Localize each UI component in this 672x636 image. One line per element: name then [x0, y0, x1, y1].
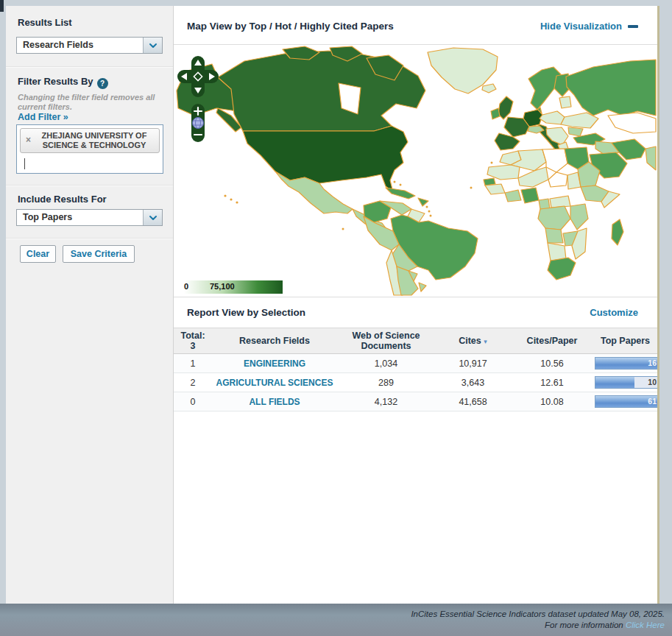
- map-view[interactable]: 0 75,100: [174, 44, 657, 297]
- field-cell: AGRICULTURAL SCIENCES: [212, 373, 337, 392]
- cites-paper-cell: 12.61: [511, 373, 593, 392]
- column-header-total: Total:3: [174, 328, 212, 354]
- central-african-rep: [550, 196, 570, 208]
- island-dot: [400, 184, 402, 186]
- west-africa: [505, 190, 521, 202]
- country-madagascar: [612, 219, 623, 245]
- report-header: Report View by Selection Customize: [174, 297, 657, 328]
- country-romania: [568, 127, 583, 136]
- island-dot: [428, 211, 431, 213]
- top-papers-cell: 16: [593, 354, 657, 373]
- country-usa: [243, 126, 408, 192]
- add-filter-link[interactable]: Add Filter »: [18, 112, 68, 122]
- table-row: 0 ALL FIELDS 4,132 41,658 10.08 61: [174, 392, 657, 411]
- help-icon[interactable]: ?: [97, 78, 108, 89]
- divider: [6, 66, 173, 68]
- docs-cell: 1,034: [337, 354, 435, 373]
- page-footer: InCites Essential Science Indicators dat…: [0, 604, 672, 636]
- include-results-label: Include Results For: [18, 194, 107, 205]
- report-table: Total:3 Research Fields Web of Science D…: [174, 328, 657, 411]
- column-header-cites[interactable]: Cites ▾: [435, 328, 511, 354]
- divider: [6, 238, 173, 239]
- country-nigeria: [521, 188, 539, 203]
- filter-by-label: Filter Results By?: [18, 76, 108, 89]
- field-link[interactable]: ENGINEERING: [244, 358, 305, 369]
- hide-visualization-link[interactable]: Hide Visualization: [540, 21, 638, 32]
- results-list-value: Research Fields: [23, 38, 93, 53]
- country-angola: [545, 228, 563, 243]
- country-uk: [498, 96, 513, 119]
- countries-layer[interactable]: [177, 46, 656, 295]
- country-argentina: [397, 266, 418, 295]
- scrollbar-track[interactable]: [657, 6, 659, 604]
- results-list-select[interactable]: Research Fields: [16, 37, 163, 54]
- chevron-down-icon[interactable]: [143, 38, 162, 53]
- docs-cell: 4,132: [337, 392, 435, 411]
- island-dot: [491, 162, 493, 164]
- include-results-select[interactable]: Top Papers: [16, 209, 163, 226]
- results-list-label: Results List: [18, 17, 72, 28]
- country-namibia: [548, 243, 566, 261]
- column-header-cites-paper[interactable]: Cites/Paper: [511, 328, 593, 354]
- filter-tag[interactable]: × ZHEJIANG UNIVERSITY OF SCIENCE & TECHN…: [20, 128, 160, 153]
- table-row: 2 AGRICULTURAL SCIENCES 289 3,643 12.61 …: [174, 373, 657, 392]
- include-results-value: Top Papers: [23, 210, 72, 225]
- afghan-pakistan: [646, 146, 656, 170]
- column-header-top-papers[interactable]: Top Papers: [593, 328, 657, 354]
- column-header-docs[interactable]: Web of Science Documents: [337, 328, 435, 354]
- island-dot: [224, 194, 226, 197]
- country-mauritania: [487, 165, 520, 180]
- world-map[interactable]: [174, 45, 657, 297]
- top-papers-cell: 10: [593, 373, 657, 392]
- table-row: 1 ENGINEERING 1,034 10,917 10.56 16: [174, 354, 657, 373]
- country-drc: [538, 206, 570, 230]
- globe-icon[interactable]: [193, 118, 204, 129]
- island-dot: [470, 187, 473, 189]
- click-here-link[interactable]: Click Here: [626, 621, 665, 629]
- baltics: [559, 96, 571, 108]
- customize-link[interactable]: Customize: [590, 307, 638, 318]
- save-criteria-button[interactable]: Save Criteria: [63, 245, 135, 263]
- field-link[interactable]: ALL FIELDS: [249, 397, 300, 407]
- field-link[interactable]: AGRICULTURAL SCIENCES: [216, 378, 333, 388]
- filter-tag-label: ZHEJIANG UNIVERSITY OF SCIENCE & TECHNOL…: [21, 129, 159, 150]
- island-dot: [394, 181, 396, 183]
- island-dot: [342, 228, 344, 230]
- country-cameroon: [539, 199, 550, 209]
- cites-cell: 41,658: [435, 392, 511, 411]
- text-caret: [24, 158, 25, 169]
- close-icon[interactable]: ×: [26, 135, 31, 144]
- country-russia: [566, 60, 656, 116]
- clear-button[interactable]: Clear: [20, 245, 56, 263]
- bar-value: 16: [648, 358, 657, 367]
- minus-icon: [628, 25, 638, 28]
- country-south-africa: [548, 258, 576, 280]
- bar-value: 10: [648, 378, 657, 386]
- chevron-down-icon[interactable]: [143, 210, 162, 225]
- country-niger: [548, 172, 567, 187]
- rank-cell: 2: [174, 373, 212, 392]
- filter-input-box[interactable]: × ZHEJIANG UNIVERSITY OF SCIENCE & TECHN…: [16, 124, 163, 174]
- divider: [6, 185, 173, 186]
- country-guinea: [485, 184, 505, 194]
- filter-sidebar: Results List Research Fields Filter Resu…: [6, 6, 174, 604]
- rank-cell: 1: [174, 354, 212, 373]
- top-papers-cell: 61: [593, 392, 657, 411]
- top-papers-bar[interactable]: 16: [595, 357, 659, 370]
- cites-cell: 10,917: [435, 354, 511, 373]
- top-papers-bar[interactable]: 61: [595, 395, 659, 408]
- legend-min: 0: [184, 282, 188, 291]
- bar-value: 61: [648, 397, 657, 406]
- country-uruguay: [419, 283, 426, 292]
- map-view-title: Map View by Top / Hot / Highly Cited Pap…: [187, 21, 394, 32]
- country-ireland: [491, 108, 500, 119]
- top-papers-bar[interactable]: 10: [595, 376, 659, 389]
- island-dot: [430, 215, 432, 217]
- field-cell: ALL FIELDS: [212, 392, 337, 411]
- more-info-text: For more information Click Here: [411, 620, 665, 631]
- map-zoom-control[interactable]: [191, 104, 205, 142]
- column-header-research-fields[interactable]: Research Fields: [212, 328, 337, 354]
- field-cell: ENGINEERING: [212, 354, 337, 373]
- bar-fill: [595, 377, 634, 388]
- legend-max: 75,100: [210, 282, 235, 291]
